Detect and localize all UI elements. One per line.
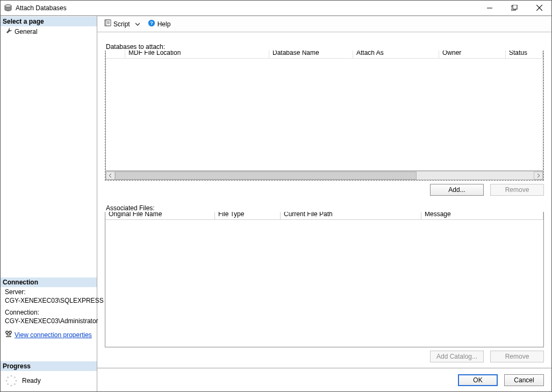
close-icon — [536, 5, 542, 11]
svg-point-13 — [11, 385, 12, 387]
chevron-right-icon — [536, 174, 540, 177]
databases-to-attach-label: Databases to attach: — [105, 43, 544, 51]
server-value: CGY-XENEXEC03\SQLEXPRESS — [1, 297, 97, 308]
app-database-icon — [4, 4, 12, 12]
svg-rect-4 — [513, 5, 517, 9]
svg-point-10 — [14, 376, 16, 378]
view-connection-properties-link[interactable]: View connection properties — [15, 331, 92, 339]
window-minimize-button[interactable] — [477, 1, 502, 16]
page-item-general[interactable]: General — [1, 26, 97, 37]
wrench-icon — [6, 27, 12, 35]
help-icon: ? — [148, 19, 155, 28]
connection-properties-icon — [5, 330, 12, 339]
connection-value: CGY-XENEXEC03\Administrator — [1, 317, 97, 328]
svg-point-16 — [7, 376, 9, 378]
associated-files-label: Associated Files: — [105, 204, 544, 212]
title-bar: Attach Databases — [1, 1, 551, 16]
scroll-right-button[interactable] — [534, 172, 543, 180]
progress-status-text: Ready — [22, 377, 41, 384]
add-catalog-button[interactable]: Add Catalog... — [430, 351, 484, 362]
progress-header: Progress — [1, 361, 97, 371]
dialog-footer: OK Cancel — [97, 368, 551, 391]
connection-header: Connection — [1, 277, 97, 287]
remove-button[interactable]: Remove — [490, 184, 544, 196]
chevron-down-icon — [135, 20, 140, 28]
connection-label: Connection: — [1, 308, 97, 317]
add-button[interactable]: Add... — [430, 184, 484, 196]
help-button[interactable]: ? Help — [146, 18, 173, 30]
grid1-hscrollbar[interactable] — [105, 171, 543, 180]
window-close-button[interactable] — [527, 1, 551, 16]
svg-point-11 — [16, 380, 17, 382]
server-label: Server: — [1, 287, 97, 297]
scroll-left-button[interactable] — [106, 172, 115, 180]
svg-text:?: ? — [150, 20, 153, 26]
script-dropdown-button[interactable] — [134, 19, 141, 29]
script-button[interactable]: Script — [102, 18, 132, 30]
svg-point-1 — [5, 4, 11, 6]
window-maximize-button[interactable] — [502, 1, 527, 16]
select-a-page-header: Select a page — [1, 16, 97, 26]
script-label: Script — [113, 20, 130, 28]
progress-spinner-icon — [5, 374, 18, 387]
scroll-track[interactable] — [115, 172, 534, 180]
svg-point-7 — [6, 331, 8, 333]
grid2-body[interactable] — [105, 220, 543, 347]
dialog-toolbar: Script ? Help — [97, 16, 551, 32]
svg-point-12 — [14, 383, 16, 385]
help-label: Help — [157, 20, 171, 28]
svg-point-15 — [6, 380, 8, 382]
scroll-thumb[interactable] — [115, 172, 417, 180]
ok-button[interactable]: OK — [458, 374, 498, 386]
cancel-button[interactable]: Cancel — [504, 374, 544, 386]
page-item-general-label: General — [15, 28, 38, 35]
associated-files-grid[interactable]: Original File Name File Type Current Fil… — [105, 209, 544, 347]
svg-point-14 — [7, 383, 9, 385]
chevron-left-icon — [109, 174, 112, 177]
remove-file-button[interactable]: Remove — [490, 351, 544, 362]
databases-to-attach-grid[interactable]: MDF File Location Database Name Attach A… — [105, 47, 544, 181]
window-title: Attach Databases — [16, 4, 67, 12]
svg-point-8 — [9, 331, 11, 333]
left-navigation-panel: Select a page General Connection Server:… — [1, 16, 97, 391]
attach-databases-dialog: Attach Databases Select a page — [0, 0, 552, 392]
svg-point-9 — [11, 375, 12, 377]
minimize-icon — [487, 5, 492, 11]
script-icon — [104, 19, 111, 28]
maximize-icon — [511, 5, 518, 11]
